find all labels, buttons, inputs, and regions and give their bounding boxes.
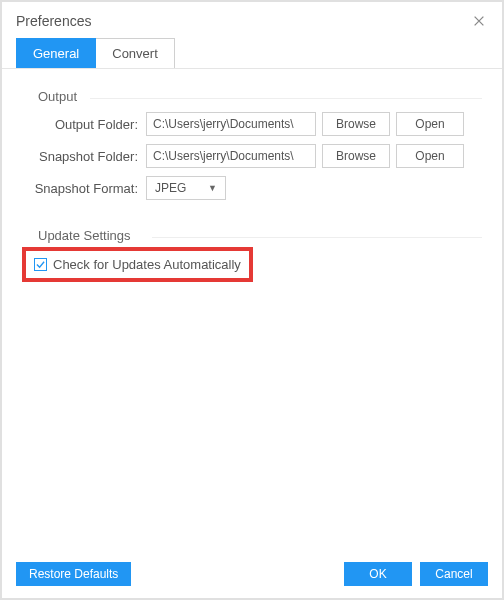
update-heading: Update Settings xyxy=(38,228,139,243)
output-section: Output xyxy=(22,89,482,104)
preferences-window: Preferences General Convert Output Outpu… xyxy=(0,0,504,600)
snapshot-folder-row: Snapshot Folder: Browse Open xyxy=(22,144,482,168)
close-icon[interactable] xyxy=(470,12,488,30)
content-area: Output Output Folder: Browse Open Snapsh… xyxy=(2,69,502,552)
section-divider xyxy=(90,98,482,99)
restore-defaults-button[interactable]: Restore Defaults xyxy=(16,562,131,586)
section-divider xyxy=(152,237,482,238)
cancel-button[interactable]: Cancel xyxy=(420,562,488,586)
snapshot-folder-input[interactable] xyxy=(146,144,316,168)
output-folder-row: Output Folder: Browse Open xyxy=(22,112,482,136)
window-title: Preferences xyxy=(16,13,91,29)
snapshot-format-select[interactable]: JPEG ▼ xyxy=(146,176,226,200)
footer: Restore Defaults OK Cancel xyxy=(2,552,502,598)
output-folder-label: Output Folder: xyxy=(22,117,146,132)
caret-down-icon: ▼ xyxy=(208,183,217,193)
tab-bar: General Convert xyxy=(2,38,502,69)
tab-convert[interactable]: Convert xyxy=(96,38,175,68)
snapshot-folder-open-button[interactable]: Open xyxy=(396,144,464,168)
auto-update-checkbox[interactable] xyxy=(34,258,47,271)
snapshot-format-value: JPEG xyxy=(155,181,186,195)
output-folder-browse-button[interactable]: Browse xyxy=(322,112,390,136)
auto-update-label: Check for Updates Automatically xyxy=(53,257,241,272)
update-section: Update Settings xyxy=(22,228,482,243)
snapshot-folder-browse-button[interactable]: Browse xyxy=(322,144,390,168)
update-checkbox-highlight: Check for Updates Automatically xyxy=(22,247,253,282)
snapshot-folder-label: Snapshot Folder: xyxy=(22,149,146,164)
snapshot-format-label: Snapshot Format: xyxy=(22,181,146,196)
tab-general[interactable]: General xyxy=(16,38,96,68)
snapshot-format-row: Snapshot Format: JPEG ▼ xyxy=(22,176,482,200)
output-heading: Output xyxy=(38,89,85,104)
output-folder-input[interactable] xyxy=(146,112,316,136)
footer-right: OK Cancel xyxy=(344,562,488,586)
output-folder-open-button[interactable]: Open xyxy=(396,112,464,136)
window-header: Preferences xyxy=(2,2,502,38)
ok-button[interactable]: OK xyxy=(344,562,412,586)
